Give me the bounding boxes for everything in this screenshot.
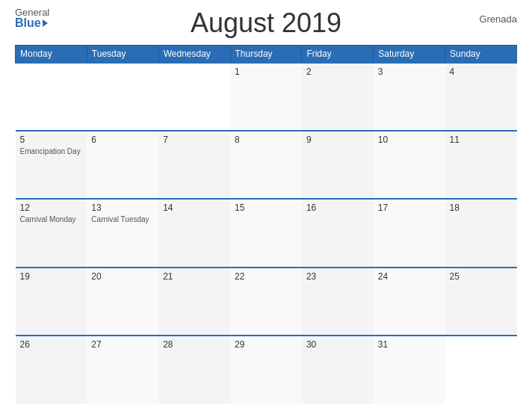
logo: General Blue xyxy=(15,7,49,29)
country-label: Grenada xyxy=(479,13,517,25)
day-number: 11 xyxy=(450,135,513,145)
day-cell xyxy=(87,63,158,131)
col-tuesday: Tuesday xyxy=(87,46,158,64)
week-row-4: 262728293031 xyxy=(16,336,517,404)
day-cell: 24 xyxy=(374,268,445,336)
week-row-3: 19202122232425 xyxy=(16,268,517,336)
day-number: 14 xyxy=(163,203,226,213)
day-number: 4 xyxy=(450,67,513,77)
day-number: 16 xyxy=(306,203,369,213)
day-cell: 29 xyxy=(230,336,302,404)
calendar-table: Monday Tuesday Wednesday Thursday Friday… xyxy=(15,45,517,404)
day-cell: 11 xyxy=(445,131,517,199)
day-cell: 13Carnival Tuesday xyxy=(87,199,158,267)
day-number: 21 xyxy=(163,271,226,282)
day-cell: 5Emancipation Day xyxy=(16,131,87,199)
calendar-header-row: Monday Tuesday Wednesday Thursday Friday… xyxy=(16,46,517,64)
day-number: 12 xyxy=(20,203,83,213)
week-row-1: 5Emancipation Day67891011 xyxy=(16,131,517,199)
day-number: 1 xyxy=(235,67,297,77)
day-cell: 14 xyxy=(158,199,230,267)
day-number: 30 xyxy=(306,339,369,350)
day-cell: 4 xyxy=(445,63,517,131)
day-cell xyxy=(16,63,87,131)
day-number: 7 xyxy=(163,135,226,145)
day-number: 10 xyxy=(378,135,441,145)
day-cell: 20 xyxy=(87,268,158,336)
day-number: 15 xyxy=(235,203,297,213)
day-number: 22 xyxy=(235,271,297,282)
day-cell xyxy=(445,336,517,404)
day-cell: 8 xyxy=(230,131,302,199)
day-cell: 16 xyxy=(302,199,374,267)
day-cell: 12Carnival Monday xyxy=(16,199,87,267)
day-number: 29 xyxy=(235,339,297,350)
day-number: 17 xyxy=(378,203,441,213)
col-wednesday: Wednesday xyxy=(158,46,230,64)
day-cell xyxy=(158,63,230,131)
day-number: 3 xyxy=(378,67,441,77)
week-row-0: 1234 xyxy=(16,63,517,131)
day-number: 20 xyxy=(91,271,154,282)
day-event: Emancipation Day xyxy=(20,146,83,156)
day-cell: 2 xyxy=(302,63,374,131)
col-thursday: Thursday xyxy=(230,46,302,64)
day-cell: 23 xyxy=(302,268,374,336)
day-number: 2 xyxy=(306,67,369,77)
day-cell: 27 xyxy=(87,336,158,404)
col-friday: Friday xyxy=(302,46,374,64)
day-number: 5 xyxy=(20,135,83,145)
day-number: 24 xyxy=(378,271,441,282)
day-cell: 31 xyxy=(374,336,445,404)
day-cell: 26 xyxy=(16,336,87,404)
col-sunday: Sunday xyxy=(445,46,517,64)
day-number: 6 xyxy=(91,135,154,145)
day-number: 31 xyxy=(378,339,441,350)
day-cell: 25 xyxy=(445,268,517,336)
day-cell: 7 xyxy=(158,131,230,199)
day-cell: 30 xyxy=(302,336,374,404)
day-cell: 9 xyxy=(302,131,374,199)
day-cell: 10 xyxy=(374,131,445,199)
day-number: 19 xyxy=(20,271,83,282)
day-number: 26 xyxy=(20,339,83,350)
day-event: Carnival Tuesday xyxy=(91,214,154,224)
logo-triangle-icon xyxy=(43,19,48,27)
day-number: 18 xyxy=(450,203,513,213)
col-monday: Monday xyxy=(16,46,87,64)
day-number: 27 xyxy=(91,339,154,350)
calendar-header: General Blue August 2019 Grenada xyxy=(15,7,517,39)
day-number: 13 xyxy=(91,203,154,213)
day-cell: 17 xyxy=(374,199,445,267)
day-cell: 19 xyxy=(16,268,87,336)
day-cell: 18 xyxy=(445,199,517,267)
logo-blue-text: Blue xyxy=(15,17,49,29)
day-cell: 3 xyxy=(374,63,445,131)
day-event: Carnival Monday xyxy=(20,214,83,224)
calendar-body: 12345Emancipation Day6789101112Carnival … xyxy=(16,63,517,404)
day-cell: 1 xyxy=(230,63,302,131)
week-row-2: 12Carnival Monday13Carnival Tuesday14151… xyxy=(16,199,517,267)
day-cell: 22 xyxy=(230,268,302,336)
month-title: August 2019 xyxy=(191,7,341,39)
day-cell: 15 xyxy=(230,199,302,267)
day-number: 25 xyxy=(450,271,513,282)
day-number: 9 xyxy=(306,135,369,145)
day-number: 23 xyxy=(306,271,369,282)
day-cell: 21 xyxy=(158,268,230,336)
day-cell: 28 xyxy=(158,336,230,404)
day-cell: 6 xyxy=(87,131,158,199)
day-number: 28 xyxy=(163,339,226,350)
col-saturday: Saturday xyxy=(374,46,445,64)
day-number: 8 xyxy=(235,135,297,145)
